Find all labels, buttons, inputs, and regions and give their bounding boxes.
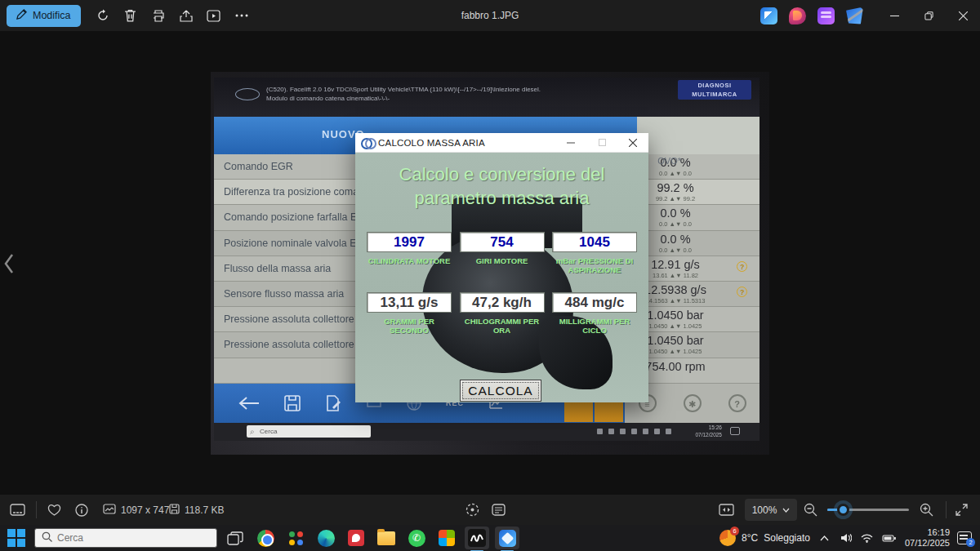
dialog-minimize-button[interactable]: [555, 133, 586, 152]
photographed-tray-icons: [597, 429, 671, 434]
photo-viewer: (C520). Facelift 2.0 16v TDCi\Sport Util…: [0, 31, 980, 495]
dialog-app-icon: [361, 138, 373, 147]
onedrive-icon[interactable]: [846, 7, 863, 24]
back-arrow-icon: [238, 397, 260, 410]
report-doc-icon: [325, 395, 341, 411]
delete-icon[interactable]: [117, 5, 145, 27]
zoom-in-icon[interactable]: [920, 495, 933, 525]
search-input[interactable]: [57, 532, 196, 544]
zoom-slider[interactable]: [827, 509, 909, 511]
minimize-button[interactable]: [877, 0, 911, 31]
image-size-icon: [103, 504, 116, 517]
office-grid-icon[interactable]: [434, 527, 459, 549]
photographed-search-box: Cerca: [247, 425, 371, 438]
milligrammi-ciclo-output[interactable]: 484 mg/c: [552, 292, 637, 313]
zoom-level: 100%: [752, 504, 777, 516]
print-icon[interactable]: [145, 5, 172, 27]
fullscreen-icon[interactable]: [956, 495, 968, 525]
whatsapp-icon[interactable]: ✆: [404, 527, 429, 549]
maximize-button[interactable]: [911, 0, 946, 31]
dialog-titlebar[interactable]: CALCOLO MASSA ARIA: [355, 133, 648, 153]
wifi-icon[interactable]: [860, 527, 875, 549]
google-app-icon[interactable]: [283, 527, 308, 549]
fit-to-window-icon[interactable]: [719, 495, 734, 525]
diagnostic-header: (C520). Facelift 2.0 16v TDCi\Sport Util…: [214, 78, 760, 117]
more-options-icon[interactable]: [228, 5, 256, 27]
file-save-icon: [169, 504, 180, 517]
vehicle-info-line1: (C520). Facelift 2.0 16v TDCi\Sport Util…: [266, 85, 724, 94]
zoom-out-icon[interactable]: [804, 495, 817, 525]
notification-badge: 2: [966, 538, 975, 547]
previous-image-chevron-icon[interactable]: [3, 253, 15, 277]
photos-toolbar: Modifica fabbro 1.JPG: [0, 0, 980, 31]
file-explorer-icon[interactable]: [374, 527, 399, 549]
windows-taskbar: ✆ 6 8°C Soleggiato: [0, 525, 980, 551]
photos-app-icon[interactable]: [495, 527, 519, 549]
giri-motore-input[interactable]: 754: [460, 232, 545, 252]
weather-icon: 6: [719, 530, 736, 546]
taskbar-clock[interactable]: 16:19 07/12/2025: [905, 527, 950, 549]
vehicle-info-line2: Modulo di comando catena cinematica\-\-\…: [266, 94, 724, 103]
cilindrata-input[interactable]: 1997: [367, 232, 452, 252]
close-button[interactable]: [946, 0, 980, 31]
text-actions-icon[interactable]: [492, 495, 506, 525]
dimensions-info: 1097 x 747: [103, 495, 169, 525]
dialog-heading: Calcolo e conversione del parametro mass…: [355, 162, 648, 210]
chilogrammi-ora-label: CHILOGRAMMI PER ORA: [460, 317, 545, 335]
photographed-clock: 15:26 07/12/2025: [695, 424, 722, 438]
pressione-input[interactable]: 1045: [552, 232, 637, 252]
weather-widget[interactable]: 6 8°C Soleggiato: [719, 530, 810, 546]
task-view-icon[interactable]: [223, 527, 247, 549]
calcolo-massa-aria-dialog: CALCOLO MASSA ARIA Calcolo e conversione…: [355, 133, 648, 402]
settings-icon: ✱: [684, 394, 702, 412]
photos-statusbar: 1097 x 747 118.7 KB 100%: [0, 495, 980, 525]
photographed-taskbar: Cerca 15:26 07/12/2025: [214, 423, 760, 441]
grammi-secondo-output[interactable]: 13,11 g/s: [367, 292, 452, 313]
clock-date: 07/12/2025: [905, 538, 950, 549]
edit-button[interactable]: Modifica: [7, 5, 81, 27]
start-button[interactable]: [7, 528, 26, 548]
info-icon[interactable]: [75, 495, 88, 525]
photographed-notification-icon: [730, 427, 740, 435]
image-dimensions: 1097 x 747: [121, 504, 169, 516]
search-icon: [42, 531, 52, 545]
slideshow-icon[interactable]: [200, 5, 228, 27]
edit-pencil-icon: [16, 9, 27, 22]
dialog-maximize-button[interactable]: [586, 133, 617, 152]
clock-time: 16:19: [905, 527, 950, 538]
calcola-button[interactable]: CALCOLA: [460, 380, 541, 402]
diagnostic-app-icon[interactable]: [465, 527, 489, 549]
weather-temp: 8°C: [742, 532, 758, 544]
visual-search-icon[interactable]: [466, 495, 479, 525]
file-size: 118.7 KB: [185, 504, 224, 516]
anydesk-icon[interactable]: [344, 527, 368, 549]
taskbar-search[interactable]: [34, 528, 217, 548]
dialog-close-button[interactable]: [617, 133, 648, 152]
dialog-body: Calcolo e conversione del parametro mass…: [355, 153, 648, 402]
share-icon[interactable]: [172, 5, 200, 27]
dialog-title: CALCOLO MASSA ARIA: [378, 138, 485, 148]
filmstrip-icon[interactable]: [10, 495, 25, 525]
rotate-icon[interactable]: [89, 5, 117, 27]
milligrammi-ciclo-label: MILLIGRAMMI PER CICLO: [552, 317, 637, 335]
battery-icon[interactable]: [881, 527, 898, 549]
help-icon: ?: [737, 287, 747, 297]
edge-icon[interactable]: [314, 527, 338, 549]
chilogrammi-ora-output[interactable]: 47,2 kg/h: [460, 292, 545, 313]
volume-icon[interactable]: [839, 527, 853, 549]
zoom-slider-thumb[interactable]: [837, 504, 849, 516]
designer-icon[interactable]: [789, 7, 806, 24]
filesize-info: 118.7 KB: [169, 495, 224, 525]
cilindrata-label: CILINDRATA MOTORE: [367, 256, 452, 265]
notification-center-icon[interactable]: 2: [957, 531, 972, 544]
help-icon: ?: [737, 261, 747, 272]
ford-logo: [235, 88, 260, 100]
chrome-icon[interactable]: [253, 527, 278, 549]
designer-edit-icon[interactable]: [760, 7, 777, 24]
weather-desc: Soleggiato: [764, 532, 810, 544]
question-icon: ?: [728, 394, 746, 412]
clipchamp-icon[interactable]: [817, 7, 835, 24]
tray-chevron-icon[interactable]: [817, 527, 832, 549]
zoom-level-dropdown[interactable]: 100%: [745, 499, 797, 521]
favorite-heart-icon[interactable]: [47, 495, 61, 525]
